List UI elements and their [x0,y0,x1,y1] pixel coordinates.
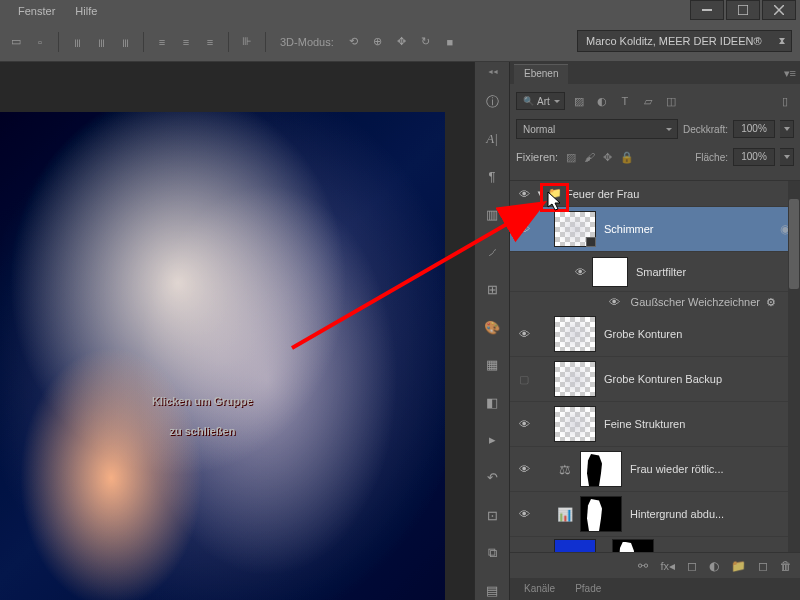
layer-mask-icon[interactable]: ◻ [687,559,697,573]
layer-fx-icon[interactable]: fx◂ [660,559,675,573]
layer-thumbnail[interactable] [554,539,596,553]
adjustments-panel-icon[interactable]: ◧ [482,393,502,413]
layer-filter-kind[interactable]: Art [516,92,565,110]
tab-ebenen[interactable]: Ebenen [514,64,568,84]
navigator-panel-icon[interactable]: ⊡ [482,505,502,525]
distribute-icon[interactable]: ⫼ [67,32,87,52]
visibility-toggle[interactable]: 👁 [572,264,588,280]
layer-row[interactable]: 👁 Grobe Konturen [510,312,800,357]
menu-fenster[interactable]: Fenster [8,1,65,21]
distribute-icon[interactable]: ⫼ [115,32,135,52]
fill-value[interactable]: 100% [733,148,775,166]
canvas-area[interactable]: Klicken um Gruppezu schließen [0,62,474,600]
visibility-toggle[interactable]: 👁 [516,221,532,237]
layer-row[interactable]: 👁 📊 Hintergrund abdu... [510,492,800,537]
layer-row[interactable] [510,537,800,552]
adjustment-layer-icon[interactable]: ◐ [709,559,719,573]
distribute-icon[interactable]: ≡ [200,32,220,52]
panel-menu-icon[interactable]: ▾≡ [784,67,796,80]
align-icon[interactable]: ▭ [6,32,26,52]
layer-row[interactable]: 👁 ⚖ Frau wieder rötlic... [510,447,800,492]
minimize-button[interactable] [690,0,724,20]
menu-hilfe[interactable]: Hilfe [65,1,107,21]
close-button[interactable] [762,0,796,20]
clone-panel-icon[interactable]: ⧉ [482,543,502,563]
distribute-icon[interactable]: ⊪ [237,32,257,52]
layer-name[interactable]: Frau wieder rötlic... [630,463,724,475]
layer-row[interactable]: ▢ Grobe Konturen Backup [510,357,800,402]
3d-slide-icon[interactable]: ↻ [416,32,436,52]
delete-layer-icon[interactable]: 🗑 [780,559,792,573]
3d-pan-icon[interactable]: ✥ [392,32,412,52]
layer-name[interactable]: Smartfilter [636,266,686,278]
layer-name[interactable]: Grobe Konturen Backup [604,373,722,385]
layer-name[interactable]: Grobe Konturen [604,328,682,340]
layer-mask-thumbnail[interactable] [612,539,654,553]
filter-smart-icon[interactable]: ◫ [662,92,680,110]
new-group-icon[interactable]: 📁 [731,559,746,573]
layer-name[interactable]: Hintergrund abdu... [630,508,724,520]
visibility-toggle[interactable]: ▢ [516,371,532,387]
workspace-selector[interactable]: Marco Kolditz, MEER DER IDEEN® [577,30,792,52]
distribute-icon[interactable]: ⫼ [91,32,111,52]
layer-name[interactable]: Feine Strukturen [604,418,685,430]
opacity-dropdown[interactable] [780,120,794,138]
3d-scale-icon[interactable]: ■ [440,32,460,52]
blend-mode-select[interactable]: Normal [516,119,678,139]
visibility-toggle[interactable]: 👁 [607,294,623,310]
link-layers-icon[interactable]: ⚯ [638,559,648,573]
visibility-toggle[interactable] [516,264,532,280]
lock-pixels-icon[interactable]: 🖌 [584,151,595,163]
layer-thumbnail[interactable] [554,211,596,247]
info-panel-icon[interactable]: ⓘ [482,92,502,112]
visibility-toggle[interactable]: 👁 [516,186,532,202]
document-canvas[interactable] [0,112,445,600]
swatches-panel-icon[interactable]: ⊞ [482,280,502,300]
filter-options-icon[interactable]: ⚙ [766,296,776,309]
3d-roll-icon[interactable]: ⊕ [368,32,388,52]
distribute-icon[interactable]: ≡ [176,32,196,52]
styles-panel-icon[interactable]: ▦ [482,355,502,375]
visibility-toggle[interactable]: 👁 [516,506,532,522]
scrollbar-thumb[interactable] [789,199,799,289]
tab-pfade[interactable]: Pfade [565,580,611,600]
3d-rotate-icon[interactable]: ⟲ [344,32,364,52]
opacity-value[interactable]: 100% [733,120,775,138]
filter-effect-row[interactable]: 👁 Gaußscher Weichzeichner ⚙ [510,292,800,312]
visibility-toggle[interactable]: 👁 [516,461,532,477]
filter-name[interactable]: Gaußscher Weichzeichner [631,296,760,308]
history-panel-icon[interactable]: ↶ [482,468,502,488]
layer-name[interactable]: Schimmer [604,223,654,235]
filter-shape-icon[interactable]: ▱ [639,92,657,110]
group-disclosure-icon[interactable]: ▼ [536,189,544,198]
filter-pixel-icon[interactable]: ▨ [570,92,588,110]
maximize-button[interactable] [726,0,760,20]
tab-kanale[interactable]: Kanäle [514,580,565,600]
visibility-toggle[interactable]: 👁 [516,326,532,342]
notes-panel-icon[interactable]: ▤ [482,581,502,600]
character-panel-icon[interactable]: A| [482,130,502,150]
filter-toggle[interactable]: ▯ [776,92,794,110]
layer-thumbnail[interactable] [554,406,596,442]
layer-thumbnail[interactable] [554,361,596,397]
brush-panel-icon[interactable]: ⟋ [482,242,502,262]
layer-row[interactable]: 👁 Schimmer ◉ [510,207,800,252]
lock-position-icon[interactable]: ✥ [603,151,612,164]
layer-row[interactable]: 👁 Feine Strukturen [510,402,800,447]
color-panel-icon[interactable]: 🎨 [482,317,502,337]
layer-mask-thumbnail[interactable] [580,451,622,487]
layer-group[interactable]: 👁 ▼ 📁 Feuer der Frau [510,181,800,207]
paragraph-panel-icon[interactable]: ¶ [482,167,502,187]
filter-mask-thumbnail[interactable] [592,257,628,287]
layer-row[interactable]: 👁 Smartfilter [510,252,800,292]
new-layer-icon[interactable]: ◻ [758,559,768,573]
actions-panel-icon[interactable]: ▸ [482,430,502,450]
lock-all-icon[interactable]: 🔒 [620,151,634,164]
fill-dropdown[interactable] [780,148,794,166]
filter-adjust-icon[interactable]: ◐ [593,92,611,110]
layer-mask-thumbnail[interactable] [580,496,622,532]
filter-type-icon[interactable]: T [616,92,634,110]
distribute-icon[interactable]: ≡ [152,32,172,52]
align-icon[interactable]: ▫ [30,32,50,52]
visibility-toggle[interactable]: 👁 [516,416,532,432]
